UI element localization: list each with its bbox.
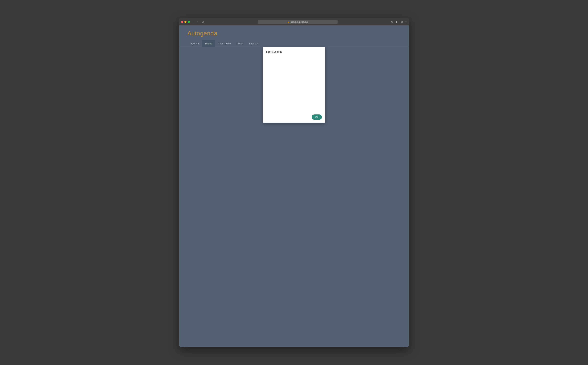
nav-item-your-profile[interactable]: Your Profile [215,40,234,47]
app-title: Autogenda [187,30,401,37]
forward-button[interactable]: › [196,20,199,24]
nav-item-events[interactable]: Events [202,40,215,47]
app-header: Autogenda [179,25,409,40]
share-button[interactable]: ⬆ [394,20,398,24]
back-button[interactable]: ‹ [192,20,195,24]
maximize-button[interactable] [188,21,190,23]
nav-item-about[interactable]: About [234,40,246,47]
lock-icon: 🔒 [287,21,290,23]
minimize-button[interactable] [184,21,186,23]
ok-button[interactable]: Ok [312,114,322,120]
page-content: Autogenda Agenda Events Your Profile Abo… [179,25,409,347]
nav-item-agenda[interactable]: Agenda [187,40,202,47]
browser-window: ‹ › ⊞ 🔒 hightechu.github.io ↻ ⬆ ⧉ + Auto… [179,18,409,347]
nav-buttons: ‹ › [192,20,199,24]
title-bar: ‹ › ⊞ 🔒 hightechu.github.io ↻ ⬆ ⧉ + [179,18,409,25]
address-bar-container: 🔒 hightechu.github.io [209,20,387,24]
address-bar[interactable]: 🔒 hightechu.github.io [258,20,338,24]
nav-bar: Agenda Events Your Profile About Sign ou… [179,40,409,47]
dialog-footer: Ok [266,114,322,120]
new-tab-button[interactable]: + [405,20,407,24]
main-area: First Event :D Ok [179,47,409,129]
refresh-button[interactable]: ↻ [391,20,393,23]
close-button[interactable] [181,21,183,23]
url-text: hightechu.github.io [290,21,308,23]
tabs-button[interactable]: ⧉ [400,20,404,24]
nav-item-sign-out[interactable]: Sign out [246,40,261,47]
toolbar-right: ⬆ ⧉ + [394,20,407,24]
event-dialog: First Event :D Ok [263,47,325,123]
event-textarea[interactable]: First Event :D [266,50,322,113]
reader-view-button[interactable]: ⊞ [201,20,205,23]
traffic-lights [181,21,190,23]
